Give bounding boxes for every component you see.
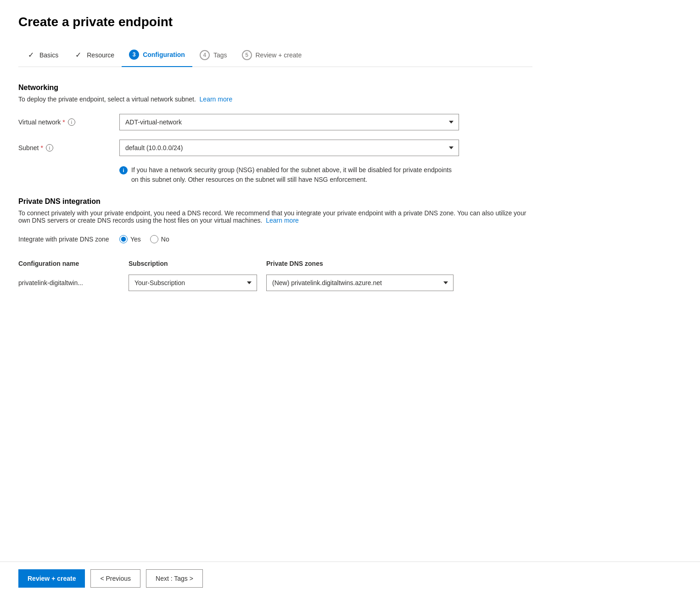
- virtual-network-select-wrapper: ADT-virtual-network: [119, 114, 459, 130]
- dns-zone-cell: (New) privatelink.digitaltwins.azure.net: [266, 271, 459, 295]
- step-review-create-circle: 5: [242, 50, 252, 60]
- dns-config-name-cell: privatelink-digitaltwin...: [18, 271, 129, 295]
- integrate-dns-label: Integrate with private DNS zone: [18, 236, 119, 243]
- page-title: Create a private endpoint: [18, 15, 532, 29]
- subnet-row: Subnet * i default (10.0.0.0/24): [18, 140, 532, 156]
- virtual-network-required: *: [62, 118, 65, 126]
- dns-radio-options: Yes No: [119, 235, 169, 243]
- previous-button[interactable]: < Previous: [90, 569, 140, 588]
- subnet-label: Subnet * i: [18, 144, 119, 152]
- step-basics[interactable]: ✓ Basics: [18, 45, 66, 67]
- nsg-info-icon: i: [119, 166, 128, 174]
- networking-learn-more-link[interactable]: Learn more: [200, 95, 233, 103]
- main-content: Networking To deploy the private endpoin…: [18, 84, 532, 324]
- step-resource-check-icon: ✓: [73, 50, 83, 60]
- step-basics-check-icon: ✓: [26, 50, 36, 60]
- virtual-network-select[interactable]: ADT-virtual-network: [119, 114, 459, 130]
- wizard-steps: ✓ Basics ✓ Resource 3 Configuration 4 Ta…: [18, 44, 532, 67]
- dns-description: To connect privately with your private e…: [18, 209, 532, 224]
- dns-yes-label: Yes: [130, 236, 141, 243]
- subnet-select[interactable]: default (10.0.0.0/24): [119, 140, 459, 156]
- step-review-create[interactable]: 5 Review + create: [235, 45, 309, 67]
- section-divider: Private DNS integration To connect priva…: [18, 197, 532, 295]
- virtual-network-row: Virtual network * i ADT-virtual-network: [18, 114, 532, 130]
- nsg-info-box: i If you have a network security group (…: [119, 165, 459, 185]
- step-tags-circle: 4: [200, 50, 210, 60]
- step-tags-label: Tags: [213, 51, 227, 59]
- virtual-network-label: Virtual network * i: [18, 118, 119, 126]
- virtual-network-select-wrap: ADT-virtual-network: [119, 114, 459, 130]
- step-basics-label: Basics: [39, 51, 58, 59]
- step-resource[interactable]: ✓ Resource: [66, 45, 122, 67]
- next-button[interactable]: Next : Tags >: [146, 569, 203, 588]
- step-configuration[interactable]: 3 Configuration: [122, 44, 192, 67]
- footer-bar: Review + create < Previous Next : Tags >: [0, 561, 700, 595]
- step-tags[interactable]: 4 Tags: [192, 45, 235, 67]
- dns-no-option[interactable]: No: [150, 235, 169, 243]
- review-create-button[interactable]: Review + create: [18, 569, 85, 588]
- dns-table-row: privatelink-digitaltwin... Your-Subscrip…: [18, 271, 459, 295]
- subnet-info-icon[interactable]: i: [46, 144, 53, 152]
- dns-subscription-select[interactable]: Your-Subscription: [129, 275, 257, 291]
- dns-col-dns-zones: Private DNS zones: [266, 256, 459, 271]
- step-configuration-circle: 3: [129, 50, 139, 60]
- dns-yes-radio[interactable]: [119, 235, 128, 243]
- dns-table: Configuration name Subscription Private …: [18, 256, 459, 295]
- dns-no-radio[interactable]: [150, 235, 158, 243]
- subnet-required: *: [40, 144, 43, 152]
- subnet-select-wrap: default (10.0.0.0/24): [119, 140, 459, 156]
- networking-description: To deploy the private endpoint, select a…: [18, 95, 532, 103]
- dns-subscription-select-wrapper: Your-Subscription: [129, 275, 257, 291]
- dns-no-label: No: [161, 236, 169, 243]
- dns-col-config-name: Configuration name: [18, 256, 129, 271]
- step-resource-label: Resource: [87, 51, 114, 59]
- step-review-create-label: Review + create: [256, 51, 302, 59]
- dns-yes-option[interactable]: Yes: [119, 235, 141, 243]
- virtual-network-info-icon[interactable]: i: [68, 118, 75, 126]
- integrate-dns-row: Integrate with private DNS zone Yes No: [18, 235, 532, 243]
- nsg-info-text: If you have a network security group (NS…: [131, 165, 459, 185]
- subnet-select-wrapper: default (10.0.0.0/24): [119, 140, 459, 156]
- dns-title: Private DNS integration: [18, 197, 532, 206]
- dns-subscription-cell: Your-Subscription: [129, 271, 266, 295]
- dns-zone-select-wrapper: (New) privatelink.digitaltwins.azure.net: [266, 275, 454, 291]
- dns-learn-more-link[interactable]: Learn more: [266, 217, 299, 224]
- networking-section: Networking To deploy the private endpoin…: [18, 84, 532, 185]
- networking-title: Networking: [18, 84, 532, 92]
- step-configuration-label: Configuration: [143, 51, 185, 58]
- dns-zone-select[interactable]: (New) privatelink.digitaltwins.azure.net: [266, 275, 454, 291]
- dns-col-subscription: Subscription: [129, 256, 266, 271]
